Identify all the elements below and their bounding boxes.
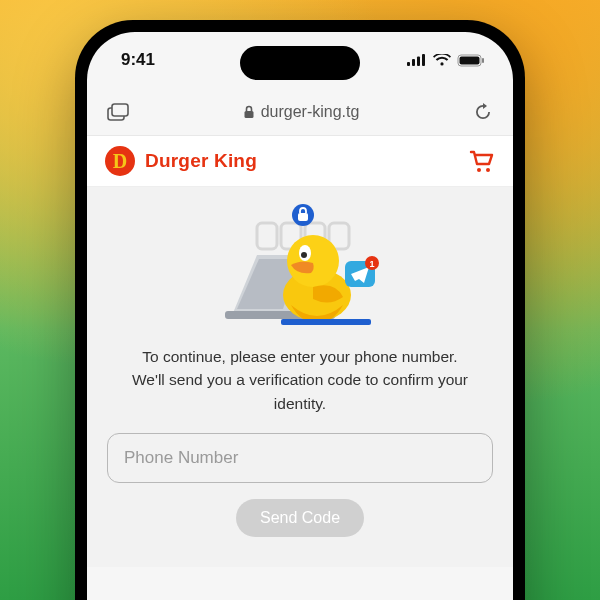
clock: 9:41: [121, 50, 155, 70]
svg-rect-3: [422, 54, 425, 66]
brand-logo: D: [105, 146, 135, 176]
svg-rect-9: [244, 111, 253, 118]
tabs-icon[interactable]: [107, 103, 129, 121]
dynamic-island: [240, 46, 360, 80]
battery-icon: [457, 54, 485, 67]
reload-icon[interactable]: [473, 102, 493, 122]
svg-rect-8: [112, 104, 128, 116]
svg-rect-2: [417, 57, 420, 67]
cellular-icon: [407, 54, 427, 66]
svg-rect-26: [281, 319, 371, 325]
svg-point-11: [486, 168, 490, 172]
svg-rect-1: [412, 59, 415, 66]
illustration: 1: [195, 203, 405, 333]
svg-point-22: [301, 252, 307, 258]
svg-text:1: 1: [369, 259, 374, 269]
address-bar[interactable]: durger-king.tg: [143, 103, 459, 121]
phone-number-input[interactable]: [107, 433, 493, 483]
phone-frame: 9:41 durger-king.tg D Durger King: [75, 20, 525, 600]
brand-name: Durger King: [145, 150, 257, 172]
svg-rect-0: [407, 62, 410, 66]
main-content: 1 To continue, please enter your phone n…: [87, 187, 513, 567]
cart-icon[interactable]: [469, 149, 495, 173]
url-text: durger-king.tg: [261, 103, 360, 121]
phone-screen: 9:41 durger-king.tg D Durger King: [87, 32, 513, 600]
send-code-button[interactable]: Send Code: [236, 499, 364, 537]
svg-point-20: [287, 235, 339, 287]
lock-icon: [243, 105, 255, 119]
svg-rect-17: [298, 213, 308, 221]
svg-rect-6: [482, 58, 484, 63]
wifi-icon: [433, 54, 451, 66]
app-header: D Durger King: [87, 136, 513, 187]
svg-rect-5: [460, 56, 480, 64]
svg-rect-12: [257, 223, 277, 249]
browser-chrome: durger-king.tg: [87, 88, 513, 136]
instructions-text: To continue, please enter your phone num…: [107, 341, 493, 433]
brand[interactable]: D Durger King: [105, 146, 257, 176]
svg-point-10: [477, 168, 481, 172]
